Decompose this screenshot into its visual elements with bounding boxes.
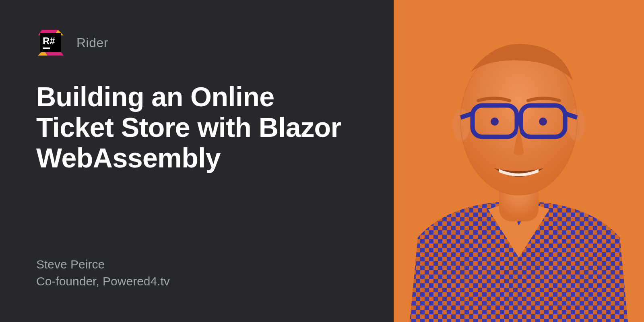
svg-point-20 bbox=[539, 118, 547, 126]
talk-title: Building an Online Ticket Store with Bla… bbox=[36, 81, 357, 173]
product-label: Rider bbox=[76, 35, 108, 50]
speaker-photo bbox=[394, 0, 644, 322]
speaker-photo-panel bbox=[394, 0, 644, 322]
info-panel: R# Rider Building an Online Ticket Store… bbox=[0, 0, 394, 322]
resharper-logo-icon: R# bbox=[36, 28, 65, 57]
speaker-name: Steve Peirce bbox=[36, 256, 357, 273]
brand-row: R# Rider bbox=[36, 28, 357, 57]
svg-point-19 bbox=[491, 118, 499, 126]
svg-rect-6 bbox=[43, 47, 50, 49]
svg-text:R#: R# bbox=[43, 35, 55, 46]
speaker-role: Co-founder, Powered4.tv bbox=[36, 273, 357, 290]
speaker-info: Steve Peirce Co-founder, Powered4.tv bbox=[36, 256, 357, 290]
